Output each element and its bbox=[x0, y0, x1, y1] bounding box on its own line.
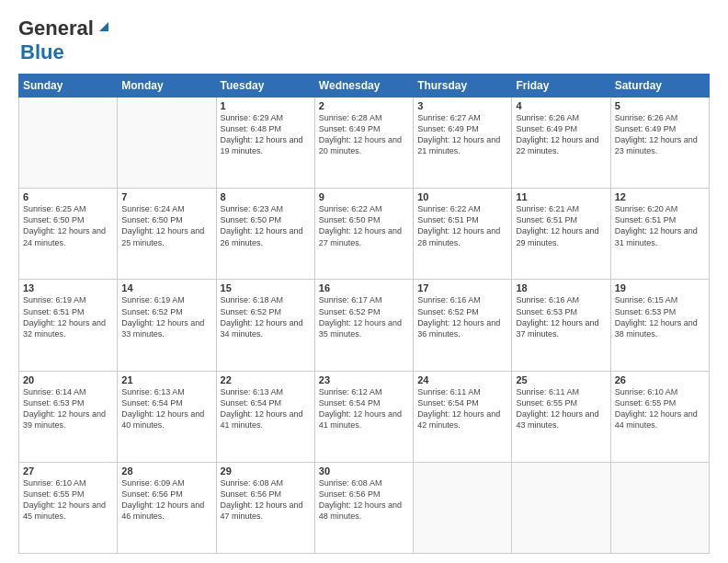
day-detail: Sunrise: 6:18 AMSunset: 6:52 PMDaylight:… bbox=[221, 294, 311, 339]
day-number: 28 bbox=[121, 465, 211, 477]
day-number: 8 bbox=[221, 191, 311, 202]
day-number: 19 bbox=[615, 282, 705, 293]
day-of-week-header: Monday bbox=[118, 75, 216, 98]
day-number: 10 bbox=[417, 191, 507, 202]
day-detail: Sunrise: 6:22 AMSunset: 6:50 PMDaylight:… bbox=[319, 203, 409, 248]
day-of-week-header: Sunday bbox=[19, 75, 118, 98]
day-detail: Sunrise: 6:13 AMSunset: 6:54 PMDaylight:… bbox=[121, 386, 211, 431]
day-number: 5 bbox=[615, 100, 705, 111]
calendar-day-cell: 13Sunrise: 6:19 AMSunset: 6:51 PMDayligh… bbox=[19, 280, 118, 371]
day-detail: Sunrise: 6:10 AMSunset: 6:55 PMDaylight:… bbox=[615, 386, 705, 431]
page: General Blue SundayMondayTuesdayWednesda… bbox=[0, 0, 728, 563]
day-detail: Sunrise: 6:19 AMSunset: 6:52 PMDaylight:… bbox=[121, 294, 211, 339]
day-of-week-header: Friday bbox=[512, 75, 610, 98]
calendar-week-row: 27Sunrise: 6:10 AMSunset: 6:55 PMDayligh… bbox=[19, 462, 710, 553]
day-number: 25 bbox=[516, 374, 606, 385]
day-number: 24 bbox=[417, 374, 507, 385]
day-detail: Sunrise: 6:12 AMSunset: 6:54 PMDaylight:… bbox=[319, 386, 409, 431]
day-detail: Sunrise: 6:23 AMSunset: 6:50 PMDaylight:… bbox=[221, 203, 311, 248]
day-number: 14 bbox=[121, 282, 211, 293]
calendar-day-cell: 5Sunrise: 6:26 AMSunset: 6:49 PMDaylight… bbox=[610, 98, 709, 189]
day-number: 27 bbox=[23, 465, 113, 477]
day-number: 9 bbox=[319, 191, 409, 202]
calendar-day-cell: 16Sunrise: 6:17 AMSunset: 6:52 PMDayligh… bbox=[314, 280, 413, 371]
calendar-week-row: 20Sunrise: 6:14 AMSunset: 6:53 PMDayligh… bbox=[19, 371, 710, 462]
day-detail: Sunrise: 6:17 AMSunset: 6:52 PMDaylight:… bbox=[319, 294, 409, 339]
calendar-day-cell: 28Sunrise: 6:09 AMSunset: 6:56 PMDayligh… bbox=[118, 462, 216, 553]
day-number: 17 bbox=[417, 282, 507, 293]
calendar-day-cell: 6Sunrise: 6:25 AMSunset: 6:50 PMDaylight… bbox=[19, 189, 118, 280]
calendar-day-cell: 4Sunrise: 6:26 AMSunset: 6:49 PMDaylight… bbox=[512, 98, 610, 189]
day-detail: Sunrise: 6:11 AMSunset: 6:55 PMDaylight:… bbox=[516, 386, 606, 431]
day-detail: Sunrise: 6:22 AMSunset: 6:51 PMDaylight:… bbox=[417, 203, 507, 248]
day-detail: Sunrise: 6:26 AMSunset: 6:49 PMDaylight:… bbox=[516, 112, 606, 157]
calendar-day-cell: 15Sunrise: 6:18 AMSunset: 6:52 PMDayligh… bbox=[216, 280, 314, 371]
calendar-day-cell: 9Sunrise: 6:22 AMSunset: 6:50 PMDaylight… bbox=[314, 189, 413, 280]
day-number: 11 bbox=[516, 191, 606, 202]
day-number: 30 bbox=[319, 465, 409, 477]
calendar-day-cell: 7Sunrise: 6:24 AMSunset: 6:50 PMDaylight… bbox=[118, 189, 216, 280]
day-detail: Sunrise: 6:16 AMSunset: 6:53 PMDaylight:… bbox=[516, 294, 606, 339]
day-detail: Sunrise: 6:13 AMSunset: 6:54 PMDaylight:… bbox=[221, 386, 311, 431]
day-detail: Sunrise: 6:25 AMSunset: 6:50 PMDaylight:… bbox=[23, 203, 113, 248]
day-of-week-header: Wednesday bbox=[314, 75, 413, 98]
calendar-day-cell: 10Sunrise: 6:22 AMSunset: 6:51 PMDayligh… bbox=[414, 189, 512, 280]
calendar-day-cell: 30Sunrise: 6:08 AMSunset: 6:56 PMDayligh… bbox=[314, 462, 413, 553]
day-detail: Sunrise: 6:27 AMSunset: 6:49 PMDaylight:… bbox=[417, 112, 507, 157]
day-detail: Sunrise: 6:24 AMSunset: 6:50 PMDaylight:… bbox=[121, 203, 211, 248]
day-detail: Sunrise: 6:09 AMSunset: 6:56 PMDaylight:… bbox=[121, 477, 211, 523]
calendar-day-cell: 3Sunrise: 6:27 AMSunset: 6:49 PMDaylight… bbox=[414, 98, 512, 189]
calendar-day-cell: 19Sunrise: 6:15 AMSunset: 6:53 PMDayligh… bbox=[610, 280, 709, 371]
day-number: 16 bbox=[319, 282, 409, 293]
calendar-day-cell: 20Sunrise: 6:14 AMSunset: 6:53 PMDayligh… bbox=[19, 371, 118, 462]
day-detail: Sunrise: 6:15 AMSunset: 6:53 PMDaylight:… bbox=[615, 294, 705, 339]
calendar-day-cell: 14Sunrise: 6:19 AMSunset: 6:52 PMDayligh… bbox=[118, 280, 216, 371]
day-number: 29 bbox=[221, 465, 311, 477]
day-number: 2 bbox=[319, 100, 409, 111]
svg-marker-0 bbox=[99, 22, 108, 31]
calendar-day-cell: 12Sunrise: 6:20 AMSunset: 6:51 PMDayligh… bbox=[610, 189, 709, 280]
calendar-day-cell: 2Sunrise: 6:28 AMSunset: 6:49 PMDaylight… bbox=[314, 98, 413, 189]
day-detail: Sunrise: 6:21 AMSunset: 6:51 PMDaylight:… bbox=[516, 203, 606, 248]
day-detail: Sunrise: 6:11 AMSunset: 6:54 PMDaylight:… bbox=[417, 386, 507, 431]
logo: General Blue bbox=[18, 17, 112, 64]
calendar-day-cell bbox=[118, 98, 216, 189]
calendar-day-cell: 18Sunrise: 6:16 AMSunset: 6:53 PMDayligh… bbox=[512, 280, 610, 371]
calendar-day-cell: 22Sunrise: 6:13 AMSunset: 6:54 PMDayligh… bbox=[216, 371, 314, 462]
logo-arrow-icon bbox=[96, 18, 112, 35]
day-detail: Sunrise: 6:26 AMSunset: 6:49 PMDaylight:… bbox=[615, 112, 705, 157]
calendar-week-row: 1Sunrise: 6:29 AMSunset: 6:48 PMDaylight… bbox=[19, 98, 710, 189]
logo-blue-text: Blue bbox=[20, 40, 64, 63]
day-number: 6 bbox=[23, 191, 113, 202]
day-detail: Sunrise: 6:08 AMSunset: 6:56 PMDaylight:… bbox=[221, 477, 311, 523]
day-number: 12 bbox=[615, 191, 705, 202]
day-detail: Sunrise: 6:08 AMSunset: 6:56 PMDaylight:… bbox=[319, 477, 409, 523]
day-number: 20 bbox=[23, 374, 113, 385]
calendar-table: SundayMondayTuesdayWednesdayThursdayFrid… bbox=[18, 74, 710, 554]
day-number: 22 bbox=[221, 374, 311, 385]
calendar-day-cell bbox=[414, 462, 512, 553]
calendar-day-cell: 27Sunrise: 6:10 AMSunset: 6:55 PMDayligh… bbox=[19, 462, 118, 553]
day-number: 4 bbox=[516, 100, 606, 111]
day-of-week-header: Tuesday bbox=[216, 75, 314, 98]
day-number: 21 bbox=[121, 374, 211, 385]
day-number: 3 bbox=[417, 100, 507, 111]
day-detail: Sunrise: 6:19 AMSunset: 6:51 PMDaylight:… bbox=[23, 294, 113, 339]
calendar-day-cell: 26Sunrise: 6:10 AMSunset: 6:55 PMDayligh… bbox=[610, 371, 709, 462]
header: General Blue bbox=[18, 17, 710, 64]
calendar-day-cell: 21Sunrise: 6:13 AMSunset: 6:54 PMDayligh… bbox=[118, 371, 216, 462]
day-number: 26 bbox=[615, 374, 705, 385]
day-number: 23 bbox=[319, 374, 409, 385]
day-detail: Sunrise: 6:10 AMSunset: 6:55 PMDaylight:… bbox=[23, 477, 113, 523]
day-number: 7 bbox=[121, 191, 211, 202]
calendar-day-cell: 23Sunrise: 6:12 AMSunset: 6:54 PMDayligh… bbox=[314, 371, 413, 462]
calendar-day-cell bbox=[610, 462, 709, 553]
day-of-week-header: Saturday bbox=[610, 75, 709, 98]
day-of-week-header: Thursday bbox=[414, 75, 512, 98]
logo-general-text: General bbox=[18, 17, 94, 40]
calendar-header-row: SundayMondayTuesdayWednesdayThursdayFrid… bbox=[19, 75, 710, 98]
day-number: 18 bbox=[516, 282, 606, 293]
calendar-day-cell: 24Sunrise: 6:11 AMSunset: 6:54 PMDayligh… bbox=[414, 371, 512, 462]
day-detail: Sunrise: 6:16 AMSunset: 6:52 PMDaylight:… bbox=[417, 294, 507, 339]
calendar-day-cell: 1Sunrise: 6:29 AMSunset: 6:48 PMDaylight… bbox=[216, 98, 314, 189]
